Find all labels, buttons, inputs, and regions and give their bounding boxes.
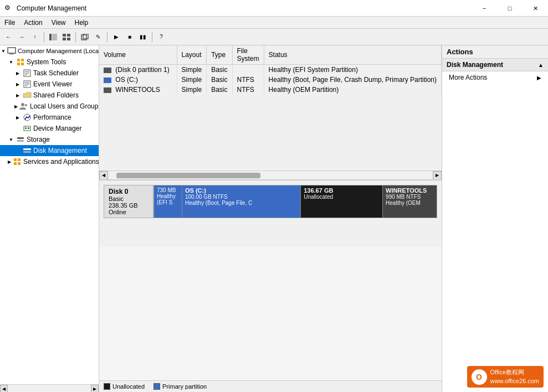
svg-rect-34 (14, 162, 17, 165)
cell-status-1: Healthy (EFI System Partition) (264, 65, 441, 75)
actions-section-label: Disk Management (447, 61, 503, 69)
watermark-site: Office教程网 (490, 368, 539, 376)
disk-part-winre[interactable]: WINRETOOLS 990 MB NTFS Healthy (OEM (383, 185, 437, 218)
services-apps-label: Services and Applications (23, 158, 99, 166)
toolbar-play[interactable]: ▶ (110, 31, 122, 43)
svg-rect-32 (14, 158, 17, 161)
scroll-right-btn[interactable]: ▶ (433, 171, 442, 180)
svg-rect-30 (23, 148, 31, 150)
col-status[interactable]: Status (264, 45, 441, 65)
col-filesystem[interactable]: File System (232, 45, 264, 65)
window-title: Computer Management (17, 4, 544, 12)
toolbar-sep-2 (75, 32, 76, 42)
cell-layout-3: Simple (177, 85, 207, 95)
cell-type-3: Basic (207, 85, 232, 95)
svg-rect-31 (23, 151, 31, 153)
col-volume[interactable]: Volume (99, 45, 177, 65)
watermark-text: Office教程网 www.office26.com (490, 368, 539, 385)
performance-expand-icon[interactable]: ▶ (14, 114, 21, 121)
actions-section-chevron: ▲ (538, 62, 544, 68)
col-type[interactable]: Type (207, 45, 232, 65)
toolbar-show-hide-tree[interactable] (47, 31, 59, 43)
unalloc-size: Unallocated (304, 194, 380, 200)
cell-status-2: Healthy (Boot, Page File, Crash Dump, Pr… (264, 75, 441, 85)
scroll-left-btn[interactable]: ◀ (99, 171, 108, 180)
svg-rect-35 (18, 162, 21, 165)
left-scroll-track[interactable] (8, 385, 91, 392)
local-users-expand-icon[interactable]: ▶ (14, 103, 18, 110)
watermark: O Office教程网 www.office26.com (467, 366, 544, 388)
winre-name: WINRETOOLS (386, 187, 434, 194)
disk-part-os[interactable]: OS (C:) 100.00 GB NTFS Healthy (Boot, Pa… (182, 185, 301, 218)
disk-management-expand-icon (14, 147, 21, 154)
col-layout[interactable]: Layout (177, 45, 207, 65)
toolbar-up[interactable]: ↑ (29, 31, 41, 43)
tree-item-storage[interactable]: ▼ Storage (0, 134, 99, 145)
toolbar-help[interactable]: ? (155, 31, 167, 43)
disk-section: Disk 0 Basic 238.35 GB Online 730 MB Hea… (99, 180, 442, 246)
tree-item-device-manager[interactable]: Device Manager (0, 123, 99, 134)
tree-item-local-users[interactable]: ▶ Local Users and Groups (0, 101, 99, 112)
tree-item-disk-management[interactable]: Disk Management (0, 145, 99, 156)
tree-item-system-tools[interactable]: ▼ System Tools (0, 56, 99, 68)
menu-action[interactable]: Action (19, 18, 47, 28)
table-scroll-area[interactable]: Volume Layout Type File System Status (99, 45, 442, 171)
event-viewer-expand-icon[interactable]: ▶ (14, 81, 21, 87)
tree-root[interactable]: ▼ Computer Management (Local (0, 45, 99, 56)
root-expand-icon[interactable]: ▼ (1, 48, 6, 54)
table-row[interactable]: (Disk 0 partition 1) Simple Basic Health… (99, 65, 442, 75)
left-scroll-left[interactable]: ◀ (0, 385, 8, 392)
menu-help[interactable]: Help (70, 18, 93, 28)
menu-bar: File Action View Help (0, 17, 548, 29)
maximize-button[interactable]: □ (497, 0, 523, 17)
tree-item-shared-folders[interactable]: ▶ Shared Folders (0, 90, 99, 101)
toolbar-pause[interactable]: ▮▮ (137, 31, 149, 43)
efi-size: 730 MB (157, 187, 179, 193)
volume-table-container: Volume Layout Type File System Status (99, 45, 442, 180)
toolbar-grid[interactable] (60, 31, 73, 43)
toolbar-edit[interactable]: ✎ (92, 31, 104, 43)
task-scheduler-expand-icon[interactable]: ▶ (14, 70, 21, 76)
svg-rect-12 (17, 63, 20, 65)
system-tools-expand-icon[interactable]: ▼ (8, 59, 14, 65)
table-row[interactable]: OS (C:) Simple Basic NTFS Healthy (Boot,… (99, 75, 442, 85)
svg-rect-10 (17, 59, 20, 61)
tree-item-task-scheduler[interactable]: ▶ Task Scheduler (0, 68, 99, 79)
left-scroll-right[interactable]: ▶ (91, 385, 99, 392)
svg-rect-3 (67, 34, 70, 37)
legend-unallocated-box (104, 383, 110, 390)
scroll-thumb (116, 173, 260, 178)
svg-rect-26 (25, 127, 27, 129)
scroll-track[interactable] (108, 171, 433, 179)
shared-folders-expand-icon[interactable]: ▶ (14, 92, 21, 99)
storage-expand-icon[interactable]: ▼ (8, 136, 14, 143)
title-bar: ⚙ Computer Management − □ ✕ (0, 0, 548, 17)
table-row[interactable]: WINRETOOLS Simple Basic NTFS Healthy (OE… (99, 85, 442, 95)
actions-more[interactable]: More Actions ▶ (442, 71, 548, 84)
close-button[interactable]: ✕ (523, 0, 548, 17)
center-content: Volume Layout Type File System Status (99, 45, 442, 392)
device-manager-icon (23, 124, 32, 133)
menu-view[interactable]: View (47, 18, 70, 28)
menu-file[interactable]: File (0, 18, 19, 28)
cell-volume-3: WINRETOOLS (99, 85, 177, 95)
toolbar-stop[interactable]: ■ (124, 31, 136, 43)
table-horizontal-scrollbar[interactable]: ◀ ▶ (99, 171, 442, 179)
toolbar-new-window[interactable] (79, 31, 91, 43)
svg-rect-13 (21, 63, 24, 65)
left-panel-scrollbar[interactable]: ◀ ▶ (0, 384, 99, 392)
toolbar-back[interactable]: ← (2, 31, 14, 43)
cell-layout-2: Simple (177, 75, 207, 85)
services-apps-expand-icon[interactable]: ▶ (8, 158, 11, 165)
actions-section-disk-management[interactable]: Disk Management ▲ (442, 59, 548, 71)
toolbar-forward[interactable]: → (16, 31, 28, 43)
tree-item-event-viewer[interactable]: ▶ Event Viewer (0, 79, 99, 90)
tree-item-services-apps[interactable]: ▶ Services and Applications (0, 156, 99, 167)
svg-rect-28 (17, 137, 24, 139)
tree-item-performance[interactable]: ▶ Performance (0, 112, 99, 123)
disk-part-efi[interactable]: 730 MB Healthy (EFI S (154, 185, 182, 218)
toolbar-sep-1 (44, 32, 44, 42)
minimize-button[interactable]: − (472, 0, 497, 17)
shared-folders-label: Shared Folders (33, 91, 79, 99)
disk-part-unalloc[interactable]: 136.67 GB Unallocated (301, 185, 383, 218)
